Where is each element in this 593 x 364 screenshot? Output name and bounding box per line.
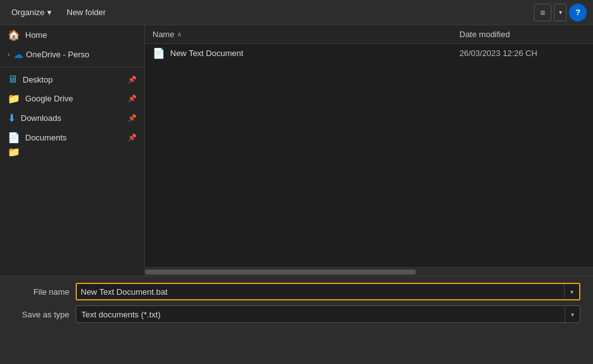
extra-icon: 📁 xyxy=(8,147,20,156)
sidebar-item-googledrive-label: Google Drive xyxy=(25,94,123,103)
help-icon: ? xyxy=(575,8,580,17)
googledrive-icon: 📁 xyxy=(8,93,20,105)
organize-button[interactable]: Organize ▾ xyxy=(6,5,57,20)
table-row[interactable]: 📄 New Text Document 26/03/2023 12:26 CH xyxy=(145,44,593,62)
file-name-row: File name ▾ xyxy=(13,283,580,300)
file-name-label: File name xyxy=(13,287,69,297)
file-panel: Name ∧ Date modified 📄 New Text Document… xyxy=(145,25,593,276)
file-name-dropdown-button[interactable]: ▾ xyxy=(564,283,579,300)
sidebar-item-onedrive[interactable]: › ☁ OneDrive - Perso xyxy=(0,45,144,64)
horizontal-scrollbar[interactable] xyxy=(145,267,593,276)
bottom-form-area: File name ▾ Save as type Text documents … xyxy=(0,276,593,364)
file-list: 📄 New Text Document 26/03/2023 12:26 CH xyxy=(145,44,593,267)
new-folder-label: New folder xyxy=(67,8,106,17)
downloads-icon: ⬇ xyxy=(8,112,16,124)
sidebar-item-onedrive-label: OneDrive - Perso xyxy=(26,50,137,59)
sidebar-item-downloads-label: Downloads xyxy=(21,113,123,123)
main-area: 🏠 Home › ☁ OneDrive - Perso 🖥 Desktop 📌 … xyxy=(0,25,593,276)
scrollbar-track xyxy=(145,270,593,275)
sidebar-item-documents[interactable]: 📄 Documents 📌 xyxy=(0,128,144,147)
scrollbar-thumb[interactable] xyxy=(145,270,416,275)
file-icon: 📄 xyxy=(153,47,165,59)
file-date: 26/03/2023 12:26 CH xyxy=(459,48,585,58)
organize-dropdown-icon: ▾ xyxy=(47,8,52,17)
save-as-type-dropdown-button[interactable]: ▾ xyxy=(565,305,580,323)
save-as-type-row: Save as type Text documents (*.txt) ▾ xyxy=(13,305,580,323)
new-folder-button[interactable]: New folder xyxy=(62,5,111,20)
view-chevron-icon: ▾ xyxy=(559,9,562,16)
onedrive-icon: ☁ xyxy=(13,48,23,60)
column-name[interactable]: Name ∧ xyxy=(153,30,459,39)
view-button[interactable]: ≡ xyxy=(534,4,551,21)
sidebar-item-downloads[interactable]: ⬇ Downloads 📌 xyxy=(0,108,144,128)
sidebar-item-extra[interactable]: 📁 xyxy=(0,147,144,156)
desktop-icon: 🖥 xyxy=(8,74,18,85)
file-header: Name ∧ Date modified xyxy=(145,25,593,44)
sidebar-item-googledrive[interactable]: 📁 Google Drive 📌 xyxy=(0,89,144,108)
documents-icon: 📄 xyxy=(8,132,20,144)
sidebar-item-documents-label: Documents xyxy=(25,133,123,142)
sidebar-item-home[interactable]: 🏠 Home xyxy=(0,25,144,45)
downloads-pin-icon: 📌 xyxy=(128,114,137,122)
file-name: New Text Document xyxy=(170,48,454,58)
home-icon: 🏠 xyxy=(8,29,20,41)
help-button[interactable]: ? xyxy=(569,4,587,21)
onedrive-expand-icon: › xyxy=(8,51,9,58)
save-as-type-label: Save as type xyxy=(13,310,69,319)
sidebar-item-home-label: Home xyxy=(25,30,137,40)
sort-arrow-icon: ∧ xyxy=(177,31,181,38)
toolbar: Organize ▾ New folder ≡ ▾ ? xyxy=(0,0,593,25)
file-name-dropdown-icon: ▾ xyxy=(570,288,573,295)
save-as-type-dropdown-icon: ▾ xyxy=(571,311,574,318)
save-as-type-value: Text documents (*.txt) xyxy=(76,310,565,319)
column-date[interactable]: Date modified xyxy=(459,30,585,39)
desktop-pin-icon: 📌 xyxy=(128,76,137,84)
sidebar-separator xyxy=(0,67,144,67)
file-name-input-wrapper: ▾ xyxy=(76,283,580,300)
file-name-input[interactable] xyxy=(77,287,564,297)
view-chevron-button[interactable]: ▾ xyxy=(554,4,567,21)
sidebar-item-desktop[interactable]: 🖥 Desktop 📌 xyxy=(0,70,144,89)
googledrive-pin-icon: 📌 xyxy=(128,94,137,103)
column-name-label: Name xyxy=(153,30,175,39)
sidebar-item-desktop-label: Desktop xyxy=(23,75,123,84)
column-date-label: Date modified xyxy=(459,30,510,39)
toolbar-right: ≡ ▾ ? xyxy=(534,4,587,21)
sidebar: 🏠 Home › ☁ OneDrive - Perso 🖥 Desktop 📌 … xyxy=(0,25,145,276)
save-as-type-wrapper: Text documents (*.txt) ▾ xyxy=(76,305,580,323)
view-icon: ≡ xyxy=(540,8,545,18)
documents-pin-icon: 📌 xyxy=(128,134,137,142)
organize-label: Organize xyxy=(11,8,45,17)
